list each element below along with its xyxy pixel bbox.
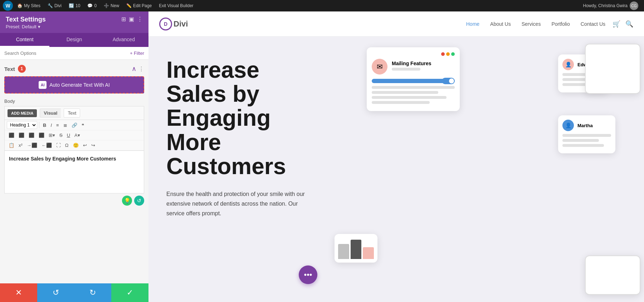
tab-advanced[interactable]: Advanced xyxy=(99,33,148,47)
align-justify-button[interactable]: ⬛ xyxy=(37,131,46,139)
confirm-button[interactable]: ✓ xyxy=(111,283,148,302)
ordered-list-button[interactable]: ≣ xyxy=(62,121,69,129)
align-right-button[interactable]: ⬛ xyxy=(27,131,36,139)
add-media-button[interactable]: ADD MEDIA xyxy=(8,109,37,117)
avatar: CG xyxy=(630,1,638,10)
underline-button[interactable]: U xyxy=(65,131,72,139)
redo-button[interactable]: ↻ xyxy=(74,283,112,302)
likes-count[interactable]: 💬 0 xyxy=(84,0,99,11)
undo-button[interactable]: ↺ xyxy=(37,283,74,302)
nav-portfolio[interactable]: Portfolio xyxy=(551,21,570,27)
search-options-input[interactable] xyxy=(4,51,127,56)
mail-avatar: ✉ xyxy=(372,59,387,75)
section-controls: ∧ ⋮ xyxy=(132,65,144,73)
ai-generate-button[interactable]: AI Auto Generate Text With AI xyxy=(4,76,144,94)
mailing-title: Mailing Features xyxy=(392,61,431,66)
redo-editor-button[interactable]: ↪ xyxy=(89,142,97,149)
wp-logo[interactable]: W xyxy=(3,1,13,11)
unordered-list-button[interactable]: ≡ xyxy=(54,121,61,129)
panel-icon-more[interactable]: ⋮ xyxy=(137,16,143,23)
fullscreen-button[interactable]: ⛶ xyxy=(54,142,63,149)
action-bar: ✕ ↺ ↻ ✓ xyxy=(0,283,148,302)
indent-button[interactable]: →⬛ xyxy=(25,142,39,149)
strikethrough-button[interactable]: S xyxy=(58,131,64,139)
align-left-button[interactable]: ⬛ xyxy=(7,131,16,139)
tab-content[interactable]: Content xyxy=(0,33,49,47)
panel-preset[interactable]: Preset: Default ▾ xyxy=(6,24,46,29)
nav-home[interactable]: Home xyxy=(466,21,479,27)
section-title: Text 1 xyxy=(4,65,26,73)
superscript-button[interactable]: x² xyxy=(17,142,24,149)
nav-contact[interactable]: Contact Us xyxy=(581,21,605,27)
cancel-button[interactable]: ✕ xyxy=(0,283,37,302)
toolbar-row-3: 📋 x² →⬛ ←⬛ ⛶ Ω 🙂 ↩ ↪ xyxy=(5,140,144,150)
blockquote-button[interactable]: ❝ xyxy=(80,121,86,129)
toolbar-row-2: ⬛ ⬛ ⬛ ⬛ ⊞▾ S U A▾ xyxy=(5,130,144,140)
comment-count[interactable]: 🔄 10 xyxy=(66,0,83,11)
text-section-header: Text 1 ∧ ⋮ xyxy=(4,65,144,73)
exit-visual-builder-button[interactable]: Exit Visual Builder xyxy=(156,0,196,11)
table-button[interactable]: ⊞▾ xyxy=(47,131,57,139)
right-content: D Divi Home About Us Services Portfolio … xyxy=(148,11,644,302)
card-line-1 xyxy=(372,86,455,89)
footer-icon-green[interactable]: 💡 xyxy=(122,196,132,206)
tab-text-button[interactable]: Text xyxy=(64,109,80,118)
panel-body: Text 1 ∧ ⋮ AI Auto Generate Text With AI… xyxy=(0,60,148,283)
nav-links: Home About Us Services Portfolio Contact… xyxy=(466,21,605,27)
toolbar-divider-1 xyxy=(39,122,39,128)
collapse-icon[interactable]: ∧ xyxy=(132,65,136,73)
my-sites-menu[interactable]: 🏠 My Sites xyxy=(14,0,43,11)
text-color-button[interactable]: A▾ xyxy=(73,131,82,139)
hero-right: ✉ Mailing Features xyxy=(327,37,644,302)
align-center-button[interactable]: ⬛ xyxy=(17,131,26,139)
nav-about[interactable]: About Us xyxy=(490,21,511,27)
italic-button[interactable]: I xyxy=(49,121,54,129)
heading-select[interactable]: Heading 1 xyxy=(7,121,37,129)
chart-bars xyxy=(338,238,374,259)
mailing-header: ✉ Mailing Features xyxy=(372,59,455,75)
dot-red xyxy=(441,52,445,56)
editor-text: Increase Sales by Engaging More Customer… xyxy=(9,155,140,163)
fab-button[interactable]: ••• xyxy=(299,265,317,284)
panel-icon-layout[interactable]: ▣ xyxy=(129,16,134,23)
ai-icon: AI xyxy=(39,81,47,89)
card-line-4 xyxy=(372,101,430,104)
placeholder-card-bottom xyxy=(585,255,640,295)
special-char-button[interactable]: Ω xyxy=(63,142,70,149)
bold-button[interactable]: B xyxy=(41,121,48,129)
left-panel: Text Settings Preset: Default ▾ ⊞ ▣ ⋮ Co… xyxy=(0,11,148,302)
link-button[interactable]: 🔗 xyxy=(70,121,79,129)
tab-design[interactable]: Design xyxy=(49,33,99,47)
dot-yellow xyxy=(446,52,450,56)
panel-icon-resize[interactable]: ⊞ xyxy=(121,16,126,23)
hero-title: Increase Sales by Engaging More Customer… xyxy=(166,58,309,178)
section-menu-icon[interactable]: ⋮ xyxy=(138,66,144,72)
placeholder-card-top xyxy=(585,44,640,94)
martha-name: Martha xyxy=(577,123,593,128)
nav-services[interactable]: Services xyxy=(522,21,541,27)
footer-icon-teal[interactable]: ↺ xyxy=(134,196,144,206)
panel-header-icons: ⊞ ▣ ⋮ xyxy=(121,16,143,23)
editor-content[interactable]: Increase Sales by Engaging More Customer… xyxy=(4,150,144,193)
new-button[interactable]: ➕ New xyxy=(101,0,122,11)
main-area: Text Settings Preset: Default ▾ ⊞ ▣ ⋮ Co… xyxy=(0,11,644,302)
search-nav-icon[interactable]: 🔍 xyxy=(625,20,633,28)
undo-editor-button[interactable]: ↩ xyxy=(81,142,89,149)
filter-button[interactable]: + Filter xyxy=(130,51,144,56)
mailing-line-1 xyxy=(392,68,420,71)
user-martha-card: 👤 Martha xyxy=(558,115,615,153)
chart-bar-1 xyxy=(338,244,349,259)
avatar-edward: 👤 xyxy=(562,59,574,70)
paste-text-button[interactable]: 📋 xyxy=(7,142,16,149)
divi-menu[interactable]: 🔧 Divi xyxy=(45,0,64,11)
editor-toolbar: Heading 1 B I ≡ ≣ 🔗 ❝ ⬛ ⬛ ⬛ ⬛ ⊞▾ S xyxy=(4,120,144,150)
edit-page-button[interactable]: ✏️ Edit Page xyxy=(123,0,155,11)
hero-subtitle: Ensure the health and protection of your… xyxy=(166,189,309,219)
cart-icon[interactable]: 🛒 xyxy=(613,20,620,28)
outdent-button[interactable]: ←⬛ xyxy=(40,142,54,149)
body-label: Body xyxy=(4,99,144,104)
emoji-button[interactable]: 🙂 xyxy=(71,142,80,149)
site-logo: D Divi xyxy=(159,18,188,30)
tab-visual-button[interactable]: Visual xyxy=(40,109,61,118)
toggle-pill[interactable] xyxy=(442,78,455,84)
